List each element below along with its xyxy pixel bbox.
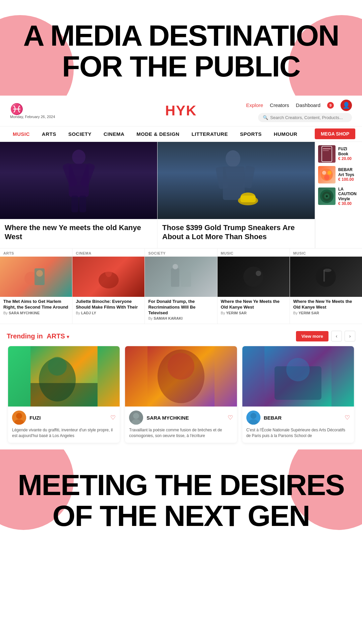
shop-item-fuzi[interactable]: FUZIBook € 20.00 (318, 145, 359, 163)
user-avatar[interactable]: 👤 (341, 100, 352, 111)
shop-fuzi-name: FUZIBook (338, 147, 359, 156)
small-article-music2[interactable]: MUSIC Where the New Ye Meets the Old Kan… (290, 249, 362, 324)
small-cat-music2: MUSIC (290, 249, 362, 257)
nav-creators[interactable]: Creators (270, 102, 289, 108)
hero-top-section: A MEDIA DESTINATION FOR THE PUBLIC (0, 0, 362, 96)
trending-cards: FUZI ♡ Légende vivante du graffiti, inve… (0, 346, 362, 443)
small-music2-title: Where the New Ye Meets the Old Kanye Wes… (290, 297, 362, 311)
nav-explore[interactable]: Explore (246, 102, 263, 108)
sara-desc: Travaillant la poésie comme fusion de br… (129, 427, 233, 439)
small-article-music1[interactable]: MUSIC Where the New Ye Meets the Old Kan… (218, 249, 290, 324)
svg-point-29 (105, 268, 112, 277)
small-cat-cinema: CINEMA (72, 249, 144, 257)
svg-point-26 (36, 270, 43, 277)
svg-point-32 (173, 264, 178, 269)
svg-rect-36 (323, 270, 325, 282)
small-cat-arts: ARTS (0, 249, 72, 257)
svg-point-0 (72, 150, 85, 164)
small-music2-author: By YERIM SAR (290, 311, 362, 315)
sara-card-body: SARA MYCHKINE ♡ Travaillant la poésie co… (125, 407, 237, 443)
svg-point-37 (323, 269, 331, 272)
bebar-name: BEBAR (264, 415, 341, 421)
shop-lacaution-price: € 30.00 (338, 201, 359, 206)
small-article-arts[interactable]: ARTS The Met Aims to Get Harlem Right, t… (0, 249, 72, 324)
trending-chevron-icon[interactable]: ▾ (67, 334, 69, 339)
featured-right-title[interactable]: Those $399 Gold Trump Sneakers Are About… (158, 219, 315, 243)
svg-rect-15 (323, 150, 329, 151)
small-article-cinema[interactable]: CINEMA Juliette Binoche: Everyone Should… (72, 249, 145, 324)
shop-lacaution-info: LA CAUTIONVinyle € 30.00 (338, 187, 359, 206)
hero-top-title: A MEDIA DESTINATION FOR THE PUBLIC (13, 20, 349, 82)
trending-prev-button[interactable]: ‹ (331, 331, 342, 341)
featured-area: Where the new Ye meets the old Kanye Wes… (0, 142, 315, 248)
sara-card-image (125, 346, 237, 407)
mega-shop-button[interactable]: MEGA SHOP (315, 128, 355, 139)
cat-arts[interactable]: ARTS (36, 126, 62, 142)
bebar-card-body: BEBAR ♡ C'est à l'École Nationale Supéri… (242, 407, 354, 443)
small-arts-title: The Met Aims to Get Harlem Right, the Se… (0, 297, 72, 311)
svg-point-53 (286, 358, 310, 381)
shop-item-lacaution[interactable]: LA CAUTIONVinyle € 30.00 (318, 187, 359, 206)
featured-left-title[interactable]: Where the new Ye meets the old Kanye Wes… (0, 219, 157, 243)
featured-left-image (0, 142, 157, 219)
fuzi-heart-icon[interactable]: ♡ (110, 414, 116, 421)
fuzi-avatar (12, 411, 26, 425)
trending-card-bebar[interactable]: BEBAR ♡ C'est à l'École Nationale Supéri… (242, 346, 354, 443)
small-cat-society: SOCIETY (145, 249, 217, 257)
featured-right: Those $399 Gold Trump Sneakers Are About… (158, 142, 315, 248)
navbar-left: ♓ Monday, February 26, 2024 (10, 103, 55, 119)
cat-mode[interactable]: MODE & DESIGN (130, 126, 185, 142)
svg-point-33 (243, 267, 263, 287)
featured-left: Where the new Ye meets the old Kanye Wes… (0, 142, 158, 248)
trending-controls: View more ‹ › (296, 331, 355, 341)
search-bar[interactable]: 🔍 (258, 113, 352, 122)
category-nav: MUSIC ARTS SOCIETY CINEMA MODE & DESIGN … (0, 126, 362, 142)
svg-rect-41 (31, 383, 98, 407)
main-content: Where the new Ye meets the old Kanye Wes… (0, 142, 362, 248)
small-cat-music1: MUSIC (218, 249, 290, 257)
fuzi-card-body: FUZI ♡ Légende vivante du graffiti, inve… (8, 407, 120, 443)
bebar-desc: C'est à l'École Nationale Supérieure des… (246, 427, 350, 439)
svg-rect-5 (79, 196, 86, 212)
cat-society[interactable]: SOCIETY (62, 126, 98, 142)
small-article-society[interactable]: SOCIETY For Donald Trump, the Recriminat… (145, 249, 217, 324)
navbar-links: Explore Creators Dashboard 9 👤 (246, 100, 352, 111)
shop-item-bebar[interactable]: BEBARArt Toys € 100.00 (318, 166, 359, 183)
cat-music[interactable]: MUSIC (7, 126, 36, 142)
trending-card-fuzi[interactable]: FUZI ♡ Légende vivante du graffiti, inve… (8, 346, 120, 443)
svg-point-34 (256, 271, 261, 276)
small-cinema-title: Juliette Binoche: Everyone Should Make F… (72, 297, 144, 311)
bebar-avatar (246, 411, 260, 425)
shop-fuzi-info: FUZIBook € 20.00 (338, 147, 359, 161)
cat-sports[interactable]: SPORTS (234, 126, 268, 142)
small-society-image (145, 257, 217, 297)
shop-bebar-info: BEBARArt Toys € 100.00 (338, 167, 359, 182)
shop-fuzi-price: € 20.00 (338, 156, 359, 161)
trending-header: Trending in ARTS ▾ View more ‹ › (0, 324, 362, 346)
search-input[interactable] (270, 115, 347, 120)
cat-cinema[interactable]: CINEMA (98, 126, 130, 142)
cat-litterature[interactable]: LITTERATURE (185, 126, 234, 142)
small-arts-image (0, 257, 72, 297)
navbar-date: Monday, February 26, 2024 (10, 115, 55, 119)
svg-point-40 (48, 357, 67, 376)
svg-point-47 (168, 353, 194, 380)
view-more-button[interactable]: View more (296, 331, 328, 341)
trending-next-button[interactable]: › (345, 331, 355, 341)
trending-card-sara[interactable]: SARA MYCHKINE ♡ Travaillant la poésie co… (125, 346, 237, 443)
trump-image (158, 142, 315, 219)
fuzi-name: FUZI (29, 415, 107, 421)
small-articles-row: ARTS The Met Aims to Get Harlem Right, t… (0, 248, 362, 324)
notification-badge[interactable]: 9 (327, 102, 334, 109)
navbar-brand[interactable]: HYK (165, 103, 197, 119)
bebar-creator-row: BEBAR ♡ (246, 411, 350, 425)
shop-bebar-name: BEBARArt Toys (338, 167, 359, 177)
bebar-heart-icon[interactable]: ♡ (345, 414, 350, 421)
shop-bebar-image (318, 166, 336, 183)
fuzi-desc: Légende vivante du graffiti, inventeur d… (12, 427, 116, 439)
svg-rect-31 (181, 272, 191, 287)
nav-dashboard[interactable]: Dashboard (296, 102, 320, 108)
cat-humour[interactable]: HUMOUR (268, 126, 304, 142)
sara-heart-icon[interactable]: ♡ (228, 414, 233, 421)
bebar-card-image (242, 346, 354, 407)
